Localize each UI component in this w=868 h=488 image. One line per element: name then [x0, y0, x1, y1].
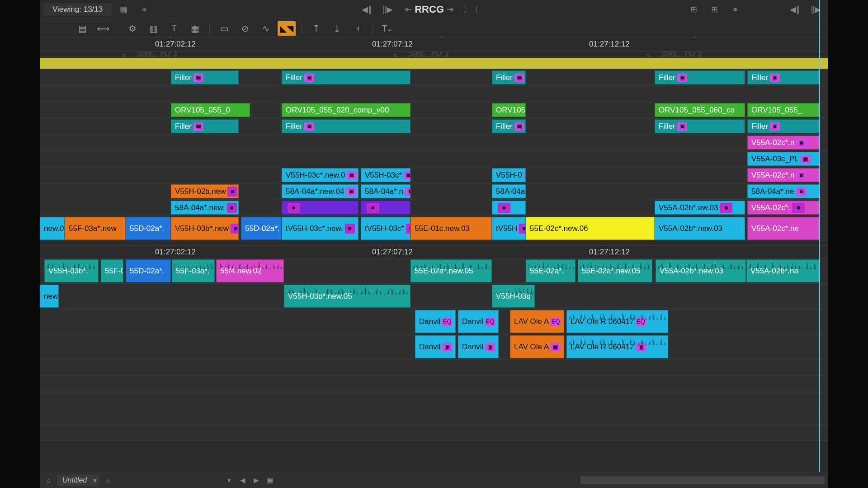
- clip[interactable]: 55D-02a*.: [126, 217, 171, 240]
- clip[interactable]: 58A-04a▣: [492, 184, 526, 198]
- clip[interactable]: LAV Ole R 060417▣: [566, 335, 668, 358]
- grid2-icon[interactable]: ⊞: [705, 3, 723, 16]
- clip[interactable]: 55F-0: [101, 259, 123, 282]
- track-row[interactable]: newV55H-03b*.new.05V55H-03b: [40, 284, 828, 309]
- clip[interactable]: ■: [492, 201, 526, 215]
- clip[interactable]: ORV105: [492, 103, 526, 117]
- track-row[interactable]: [40, 425, 828, 441]
- clip[interactable]: new.04: [40, 217, 65, 240]
- clip[interactable]: Danvil▣: [458, 335, 499, 358]
- clip[interactable]: 58A-04a*.new.■: [171, 201, 239, 215]
- clip[interactable]: V55A-02b*.ew.03■: [655, 201, 745, 215]
- none-icon[interactable]: ⊘: [236, 21, 254, 36]
- clip[interactable]: V55H-03c*▣: [361, 168, 410, 182]
- clip[interactable]: V55H-02b.new■: [171, 184, 239, 198]
- clip[interactable]: ORV105_055_: [747, 103, 820, 117]
- track-row[interactable]: DanvilEQDanvilEQLAV Ole AEQLAV Ole R 060…: [40, 309, 828, 334]
- clip[interactable]: Filler▣: [747, 70, 820, 84]
- step-back-icon[interactable]: ◀‖: [358, 3, 376, 16]
- clip[interactable]: 58A-04a*.ne▣: [747, 184, 820, 198]
- playhead[interactable]: [819, 0, 820, 488]
- link2-icon[interactable]: ⚭: [726, 3, 744, 16]
- title-icon[interactable]: T₊: [378, 21, 396, 36]
- home-icon[interactable]: ⌂: [43, 475, 53, 485]
- time-ruler-2[interactable]: 01:27:02:12 01:27:07:12 01:27:12:12: [40, 246, 828, 258]
- clip[interactable]: V55A-02c*.ne: [747, 217, 820, 240]
- clip[interactable]: LAV Ole R 060417EQ: [566, 310, 668, 333]
- clip[interactable]: Filler▣: [655, 70, 745, 84]
- clip[interactable]: V55H-03b*.new■: [171, 217, 239, 240]
- clip[interactable]: LAV Ole A▣: [510, 335, 564, 358]
- track-row[interactable]: Danvil▣Danvil▣LAV Ole A▣LAV Ole R 060417…: [40, 334, 828, 360]
- viewing-counter[interactable]: Viewing: 13/13: [43, 3, 112, 16]
- track-row[interactable]: [40, 86, 828, 102]
- track-row[interactable]: [40, 360, 828, 376]
- clip[interactable]: V55H-03b*.new.05: [284, 285, 410, 308]
- segment-icon[interactable]: ▤: [73, 21, 91, 36]
- clip[interactable]: DanvilEQ: [458, 310, 499, 333]
- align-top-icon[interactable]: ⤒: [307, 21, 325, 36]
- track-row[interactable]: ORV105_055_0ORV105_055_020_comp_v00ORV10…: [40, 102, 828, 118]
- clip[interactable]: tV55H-03c*■: [361, 217, 410, 240]
- tool-icon[interactable]: ▦: [114, 3, 132, 16]
- clip[interactable]: V55H-03c*.new.0▣: [282, 168, 359, 182]
- clip[interactable]: V55A-02c*.n▣: [747, 136, 820, 150]
- clip[interactable]: ■: [282, 201, 359, 215]
- go-end-icon[interactable]: ⇥: [441, 3, 459, 16]
- clip[interactable]: Filler▣: [492, 119, 526, 133]
- track-row[interactable]: [40, 392, 828, 408]
- clip[interactable]: Filler▣: [282, 119, 410, 133]
- text-icon[interactable]: T: [165, 21, 183, 36]
- clip[interactable]: DanvilEQ: [415, 310, 456, 333]
- clip[interactable]: Filler▣: [492, 70, 526, 84]
- clip[interactable]: V55H-03b: [492, 285, 535, 308]
- clip[interactable]: 58A-04a*.n▣: [361, 184, 410, 198]
- clip[interactable]: 55F-03a*.new: [65, 217, 126, 240]
- step-fwd2-icon[interactable]: ‖▶: [807, 3, 825, 16]
- step-fwd-icon[interactable]: ‖▶: [379, 3, 397, 16]
- chevron-down-icon[interactable]: ▾: [224, 475, 234, 485]
- track-row[interactable]: V55H-02b.new■58A-04a*.new.04▣58A-04a*.n▣…: [40, 183, 828, 200]
- film-icon[interactable]: ▥: [144, 21, 162, 36]
- clip[interactable]: 58A-04a*.new.04▣: [282, 184, 359, 198]
- clip[interactable]: Filler▣: [655, 119, 745, 133]
- clip[interactable]: Danvil▣: [415, 335, 456, 358]
- h-scrollbar[interactable]: [580, 476, 825, 484]
- clip[interactable]: 55/4.new.02: [216, 259, 284, 282]
- clip[interactable]: 55D-02a*.: [126, 259, 171, 282]
- split-icon[interactable]: 〕〔: [462, 3, 480, 16]
- grid-icon[interactable]: ▦: [186, 21, 204, 36]
- grid-icon[interactable]: ⊞: [684, 3, 703, 16]
- track-row[interactable]: [40, 408, 828, 425]
- track-row[interactable]: 58A-04a*.new.■■■■V55A-02b*.ew.03■V55A-02…: [40, 200, 828, 216]
- clip[interactable]: Filler▣: [282, 70, 410, 84]
- clip[interactable]: LAV Ole AEQ: [510, 310, 564, 333]
- step-back2-icon[interactable]: ◀‖: [786, 3, 804, 16]
- clip[interactable]: 55E-02a*.: [526, 259, 576, 282]
- track-row[interactable]: Filler▣Filler▣Filler▣Filler▣Filler▣: [40, 70, 828, 86]
- clip[interactable]: 55E-02c*.new.06: [526, 217, 655, 240]
- clip[interactable]: V55A-02b*.new.03: [656, 259, 746, 282]
- clip[interactable]: 55E-02a*.new.05: [410, 259, 492, 282]
- track-row[interactable]: new.0455F-03a*.new55D-02a*.V55H-03b*.new…: [40, 216, 828, 241]
- link-icon[interactable]: ⚭: [135, 3, 153, 16]
- track-row[interactable]: Filler▣Filler▣Filler▣Filler▣Filler▣: [40, 118, 828, 135]
- clip[interactable]: ORV105_055_0: [171, 103, 250, 117]
- clip[interactable]: V55H-03b*.: [44, 259, 99, 282]
- search-icon[interactable]: ⌕: [103, 475, 113, 485]
- time-ruler[interactable]: 01:27:02:12 01:27:07:12 01:27:12:12: [40, 38, 828, 52]
- clip[interactable]: V55A-02c*.■: [747, 201, 820, 215]
- track-row[interactable]: V55A-03c_PL▣: [40, 151, 828, 167]
- clip[interactable]: Filler▣: [171, 70, 239, 84]
- clip-icon[interactable]: ▭: [215, 21, 233, 36]
- clip[interactable]: V55A-02c*.n▣: [747, 168, 820, 182]
- overwrite-icon[interactable]: ⟷: [94, 21, 112, 36]
- prev-icon[interactable]: ◀: [238, 475, 248, 485]
- next-icon[interactable]: ▶: [251, 475, 261, 485]
- align-mid-icon[interactable]: ⫞: [349, 21, 367, 36]
- in-out-range[interactable]: [40, 57, 828, 70]
- clip[interactable]: 55E-01c.new.03: [410, 217, 492, 240]
- clip[interactable]: V55A-02b*.new.03: [655, 217, 745, 240]
- transition-icon[interactable]: ◣◥: [278, 21, 296, 36]
- clip[interactable]: ORV105_055_060_co: [655, 103, 745, 117]
